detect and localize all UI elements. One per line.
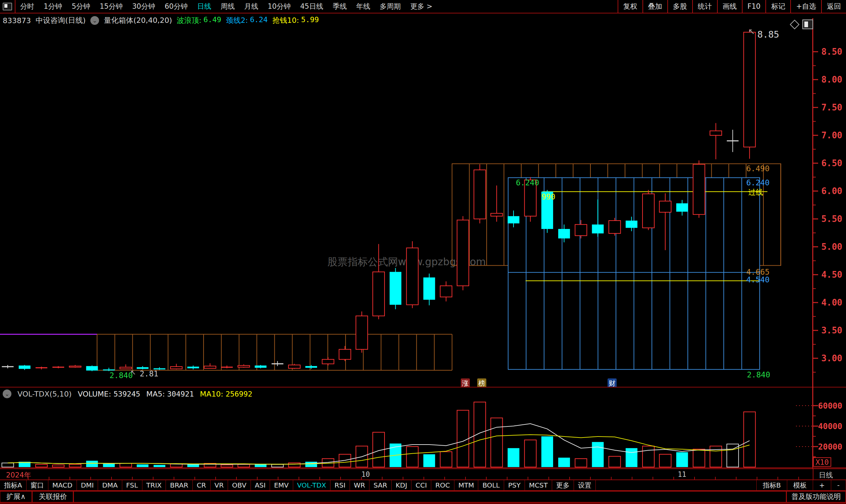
volume-chart[interactable]: 600004000020000 — [0, 387, 846, 468]
menu-item-45日线[interactable]: 45日线 — [295, 0, 328, 13]
toolbar-item-FSL[interactable]: FSL — [122, 480, 142, 491]
menu-item-多周期[interactable]: 多周期 — [375, 0, 406, 13]
chart-annotation: 2.81 — [140, 370, 158, 378]
menu-button-返回[interactable]: 返回 — [821, 0, 846, 13]
indicator-value-2: 颈线2:6.24 — [226, 15, 268, 25]
diamond-icon[interactable] — [790, 20, 799, 29]
toolbar-item-DMA[interactable]: DMA — [98, 480, 122, 491]
toolbar-item-BOLL[interactable]: BOLL — [478, 480, 504, 491]
event-marker-榜[interactable]: 榜 — [477, 378, 486, 387]
toolbar-item-窗口[interactable]: 窗口 — [26, 480, 48, 491]
event-marker-涨[interactable]: 涨 — [461, 378, 470, 387]
chart-annotation: ↖ — [748, 27, 755, 36]
tools-menu: 复权叠加多股统计画线F10标记+自选返回 — [618, 0, 846, 13]
bottom-tab-关联报价[interactable]: 关联报价 — [32, 491, 74, 503]
toolbar-button--[interactable]: - — [831, 480, 846, 491]
toolbar-button-模板[interactable]: 模板 — [787, 480, 813, 491]
menu-item-日线[interactable]: 日线 — [193, 0, 216, 13]
bottom-spacer — [73, 491, 787, 503]
stock-name: 中设咨询(日线) — [36, 15, 86, 25]
toolbar-item-MTM[interactable]: MTM — [454, 480, 479, 491]
toolbar-item-MACD[interactable]: MACD — [48, 480, 77, 491]
menu-button-叠加[interactable]: 叠加 — [643, 0, 667, 13]
toolbar-item-EMV[interactable]: EMV — [270, 480, 293, 491]
chart-corner-icons — [790, 20, 813, 29]
bottom-tab-扩展∧[interactable]: 扩展∧ — [0, 491, 32, 503]
chart-annotation: 6.490 — [746, 164, 770, 173]
menu-item-60分钟[interactable]: 60分钟 — [160, 0, 193, 13]
month-label: 10 — [361, 470, 370, 479]
svg-text:3.00: 3.00 — [821, 353, 842, 363]
toolbar-item-ROC[interactable]: ROC — [431, 480, 454, 491]
ma10-value: MA10: 256992 — [200, 390, 252, 398]
menu-item-分时[interactable]: 分时 — [15, 0, 39, 13]
svg-text:60000: 60000 — [818, 401, 842, 411]
price-axis: 8.508.007.507.006.506.005.505.004.504.00… — [813, 18, 842, 387]
volume-multiplier-badge: X10 — [813, 457, 831, 467]
chevron-down-icon[interactable]: ⌄ — [3, 390, 12, 398]
menu-item-1分钟[interactable]: 1分钟 — [39, 0, 67, 13]
menu-item-月线[interactable]: 月线 — [239, 0, 263, 13]
toolbar-item-MCST[interactable]: MCST — [525, 480, 552, 491]
menu-item-30分钟[interactable]: 30分钟 — [127, 0, 160, 13]
edition-help-label[interactable]: 普及版功能说明 — [786, 491, 846, 503]
axis-divider — [813, 469, 813, 480]
volume-indicator-name: VOL-TDX(5,10) — [17, 390, 72, 398]
toolbar-item-CCI[interactable]: CCI — [411, 480, 431, 491]
menu-item-年线[interactable]: 年线 — [351, 0, 375, 13]
menu-item-10分钟[interactable]: 10分钟 — [263, 0, 295, 13]
chart-annotation: ↖ — [130, 368, 136, 376]
menu-item-季线[interactable]: 季线 — [328, 0, 351, 13]
lower-quant-box — [97, 335, 452, 371]
main-candlestick-chart[interactable]: 股票指标公式网www.gpzbgs.com8.508.007.507.006.5… — [0, 14, 846, 387]
toolbar-item-KDJ[interactable]: KDJ — [391, 480, 411, 491]
ma5-value: MA5: 304921 — [146, 390, 194, 398]
toolbar-item-指标A[interactable]: 指标A — [0, 480, 26, 491]
toolbar-item-设置[interactable]: 设置 — [574, 480, 596, 491]
toolbar-item-CR[interactable]: CR — [193, 480, 211, 491]
menu-button-+自选[interactable]: +自选 — [790, 0, 821, 13]
toolbar-item-更多[interactable]: 更多 — [552, 480, 574, 491]
menu-item-5分钟[interactable]: 5分钟 — [67, 0, 95, 13]
toolbar-item-RSI[interactable]: RSI — [330, 480, 350, 491]
menu-button-复权[interactable]: 复权 — [618, 0, 643, 13]
toolbar-button-指标B[interactable]: 指标B — [756, 480, 787, 491]
menu-button-标记[interactable]: 标记 — [766, 0, 790, 13]
svg-text:6.00: 6.00 — [821, 186, 842, 196]
toolbar-item-PSY[interactable]: PSY — [504, 480, 525, 491]
svg-text:8.50: 8.50 — [821, 47, 842, 57]
toolbar-button-+[interactable]: + — [813, 480, 831, 491]
chart-annotation: 6.240 — [746, 178, 770, 187]
event-marker-财[interactable]: 财 — [608, 378, 617, 387]
svg-text:7.50: 7.50 — [821, 103, 842, 112]
svg-text:6.50: 6.50 — [821, 158, 842, 168]
menu-button-多股[interactable]: 多股 — [667, 0, 692, 13]
toolbar-item-ASI[interactable]: ASI — [251, 480, 270, 491]
chart-annotation: 过线 — [748, 188, 763, 196]
svg-text:20000: 20000 — [818, 442, 842, 452]
toolbar-item-SAR[interactable]: SAR — [369, 480, 392, 491]
menu-button-统计[interactable]: 统计 — [692, 0, 717, 13]
menu-item-15分钟[interactable]: 15分钟 — [95, 0, 128, 13]
svg-text:财: 财 — [609, 379, 616, 387]
window-layout-icon[interactable] — [3, 3, 12, 11]
menu-button-F10[interactable]: F10 — [742, 0, 766, 13]
chart-annotation: 4.540 — [746, 275, 770, 284]
indicator-toolbar: 指标A窗口MACDDMIDMAFSLTRIXBRARCRVROBVASIEMVV… — [0, 480, 846, 491]
toolbar-item-DMI[interactable]: DMI — [76, 480, 98, 491]
toolbar-item-VR[interactable]: VR — [210, 480, 228, 491]
bottom-border — [0, 503, 846, 504]
toolbar-item-VOL-TDX[interactable]: VOL-TDX — [293, 480, 331, 491]
chart-annotation: 8.85 — [757, 29, 779, 40]
menu-button-画线[interactable]: 画线 — [717, 0, 742, 13]
toolbar-item-OBV[interactable]: OBV — [228, 480, 251, 491]
toolbar-item-TRIX[interactable]: TRIX — [142, 480, 166, 491]
toolbar-item-BRAR[interactable]: BRAR — [166, 480, 193, 491]
chevron-down-icon[interactable]: ⌄ — [90, 16, 99, 25]
chart-annotation: 990 — [541, 193, 556, 201]
menu-item-周线[interactable]: 周线 — [216, 0, 239, 13]
svg-text:榜: 榜 — [479, 379, 485, 387]
toolbar-item-WR[interactable]: WR — [349, 480, 370, 491]
menu-item-更多 >[interactable]: 更多 > — [406, 0, 437, 13]
svg-text:5.50: 5.50 — [821, 214, 842, 224]
